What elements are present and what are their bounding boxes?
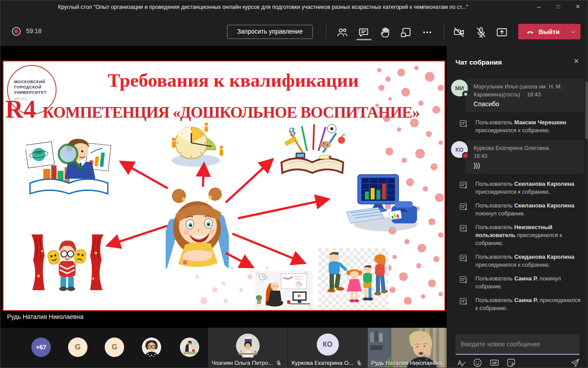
- toolbar-divider: [326, 25, 326, 38]
- system-prefix: Пользователь: [475, 202, 514, 209]
- participant-tile-1[interactable]: Чозгиян Ольга Петро...: [208, 328, 288, 368]
- meeting-timer: 59:18: [26, 27, 42, 34]
- participant-joined-icon: [459, 180, 468, 189]
- participants-icon[interactable]: [336, 26, 349, 38]
- system-prefix: Пользователь: [475, 253, 514, 260]
- logo-line-2: ГОРОДСКОЙ: [14, 84, 46, 90]
- mic-off-icon: [276, 360, 282, 366]
- system-message: Пользователь Максим Черешкин присоединил…: [451, 119, 584, 134]
- shared-screen-stage: МОСКОВСКИЙ ГОРОДСКОЙ УНИВЕРСИТЕТ МГПУ Тр…: [0, 46, 447, 328]
- participant-tile-1-avatar: [236, 334, 260, 359]
- clipart-theater-boy: [29, 233, 106, 292]
- participant-photo-avatar-2[interactable]: [180, 337, 199, 357]
- presence-offline-icon: [462, 91, 469, 97]
- chat-panel-title: Чат собрания: [455, 58, 502, 66]
- emoji-icon[interactable]: [472, 357, 483, 368]
- sticker-icon[interactable]: [506, 357, 516, 368]
- participant-tile-2[interactable]: КО Куркова Екатерина О...: [288, 328, 367, 368]
- system-user-name: Скиданова Каролина: [514, 253, 574, 260]
- system-action: присоединился к собранию.: [475, 261, 550, 268]
- teams-meeting-window: Круглый стол "Опыт организации и проведе…: [0, 0, 588, 368]
- participant-tile-2-name: Куркова Екатерина О...: [292, 360, 353, 366]
- clipart-remote-learning-girl: [255, 271, 313, 310]
- overflow-participants-avatar[interactable]: +67: [31, 337, 51, 357]
- participant-tile-2-avatar: КО: [317, 334, 339, 356]
- competence-name: КОМПЕТЕНЦИЯ «ДОШКОЛЬНОЕ ВОСПИТАНИЕ»: [42, 104, 419, 121]
- raise-hand-icon[interactable]: [379, 26, 391, 38]
- system-action: присоединился к собранию.: [475, 127, 550, 134]
- guest-avatar-1[interactable]: G: [68, 337, 87, 357]
- minimize-button[interactable]: –: [529, 0, 549, 14]
- svg-text:GIF: GIF: [492, 361, 497, 364]
- message-text: ))): [474, 161, 579, 170]
- avatar: МИ: [451, 80, 468, 96]
- format-icon[interactable]: A: [456, 357, 467, 368]
- camera-off-icon[interactable]: [453, 26, 465, 38]
- svg-text:A: A: [458, 359, 462, 366]
- meeting-chat-panel: Чат собрания × МИ Моргульчик Илья (школа…: [447, 46, 588, 368]
- clipart-boy-research: [26, 131, 112, 202]
- gif-icon[interactable]: GIF: [489, 357, 500, 368]
- system-user-name: Саина Р.: [514, 275, 538, 282]
- maximize-button[interactable]: □: [549, 0, 568, 14]
- chevron-down-icon: [570, 29, 576, 35]
- message-time: 16:43: [474, 153, 487, 159]
- send-icon[interactable]: [570, 357, 580, 368]
- clipart-girl-center: [166, 187, 229, 274]
- mic-off-icon: [356, 360, 362, 366]
- participant-joined-icon: [459, 253, 468, 262]
- slide-title: Требования к квалификации: [92, 69, 375, 91]
- system-message: Пользователь Неизвестный пользователь пр…: [451, 223, 584, 247]
- composer-toolbar: A GIF: [455, 357, 580, 368]
- breakout-rooms-icon[interactable]: [400, 26, 412, 38]
- clipart-book-supplies: 3: [276, 122, 349, 184]
- meeting-toolbar: 59:18 Запросить управление: [0, 14, 588, 46]
- mic-off-icon[interactable]: [475, 26, 487, 38]
- toolbar-divider: [444, 25, 444, 38]
- logo-line-3: УНИВЕРСИТЕТ: [14, 90, 46, 95]
- participant-joined-icon: [459, 224, 468, 233]
- system-user-name: Максим Черешкин: [514, 119, 566, 126]
- participants-filmstrip: +67 G G Чозгиян Ольга Петро... КО Курков…: [0, 328, 447, 368]
- chat-active-underline: [357, 39, 372, 40]
- presence-busy-icon: [462, 152, 469, 159]
- chat-scrollbar[interactable]: [585, 81, 588, 139]
- participant-tile-3-name: Рудь Наталия Николаевна: [371, 360, 442, 366]
- message-author: Моргульчик Илья (школа им. Н. М. Карамзи…: [474, 84, 562, 98]
- system-message: Пользователь Скиланова Каролина покинул …: [451, 202, 584, 218]
- close-window-button[interactable]: ×: [568, 0, 588, 14]
- chat-icon[interactable]: [357, 26, 370, 38]
- title-bar: Круглый стол "Опыт организации и проведе…: [0, 0, 588, 14]
- clipart-computer: [344, 174, 421, 236]
- system-user-name: Скиланова Каролина: [514, 180, 574, 187]
- chat-close-icon[interactable]: ×: [574, 57, 579, 65]
- window-title: Круглый стол "Опыт организации и проведе…: [0, 0, 526, 14]
- more-options-icon[interactable]: [421, 26, 433, 38]
- system-message: Пользователь Скиданова Каролина присоеди…: [451, 253, 584, 269]
- participant-left-icon: [459, 202, 468, 211]
- system-message: Пользователь Скиланова Каролина присоеди…: [451, 180, 584, 196]
- system-prefix: Пользователь: [475, 275, 514, 282]
- chat-message-list: МИ Моргульчик Илья (школа им. Н. М. Кара…: [451, 79, 584, 331]
- system-action: покинул собрание.: [475, 210, 525, 217]
- system-prefix: Пользователь: [475, 224, 514, 230]
- participant-joined-icon: [459, 119, 468, 128]
- participant-tile-1-name: Чозгиян Ольга Петро...: [212, 360, 273, 366]
- slide-subtitle: R4КОМПЕТЕНЦИЯ «ДОШКОЛЬНОЕ ВОСПИТАНИЕ»: [5, 95, 381, 123]
- request-control-button[interactable]: Запросить управление: [227, 25, 313, 39]
- message-time: 16:43: [527, 92, 541, 98]
- guest-avatar-2[interactable]: G: [105, 337, 124, 357]
- leave-options-chevron[interactable]: [565, 24, 580, 39]
- participant-photo-avatar-1[interactable]: [142, 337, 161, 357]
- chat-input[interactable]: [455, 334, 580, 355]
- participant-tile-3-video[interactable]: Рудь Наталия Николаевна: [368, 328, 447, 368]
- presentation-slide: МОСКОВСКИЙ ГОРОДСКОЙ УНИВЕРСИТЕТ МГПУ Тр…: [3, 61, 445, 311]
- system-user-name: Скиланова Каролина: [514, 202, 574, 209]
- clipart-family: [318, 248, 389, 311]
- system-action: присоединился к собранию.: [475, 188, 550, 195]
- presenter-name-label: Рудь Наталия Николаевна: [7, 313, 83, 320]
- leave-button-main[interactable]: Выйти: [518, 24, 565, 39]
- share-screen-icon[interactable]: [496, 26, 508, 38]
- leave-button[interactable]: Выйти: [518, 24, 580, 39]
- avatar-initials: МИ: [455, 85, 464, 92]
